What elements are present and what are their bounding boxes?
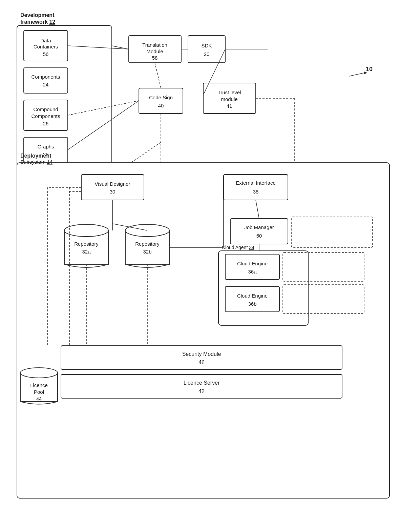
svg-rect-52	[291, 217, 373, 247]
svg-line-32	[68, 101, 139, 115]
svg-rect-24	[203, 83, 256, 114]
svg-rect-4	[24, 68, 68, 93]
svg-text:Job Manager: Job Manager	[244, 224, 274, 230]
svg-text:Compound: Compound	[33, 106, 58, 112]
svg-rect-61	[283, 252, 364, 281]
dev-framework-label: Development	[20, 12, 55, 18]
svg-rect-55	[225, 254, 279, 280]
svg-line-37	[113, 142, 161, 175]
svg-text:Subsystem 14: Subsystem 14	[20, 159, 52, 165]
svg-rect-18	[188, 36, 225, 63]
svg-text:24: 24	[43, 82, 49, 87]
svg-line-83	[203, 49, 225, 95]
svg-point-64	[64, 224, 108, 237]
svg-line-29	[349, 73, 364, 76]
svg-text:Cloud Engine: Cloud Engine	[237, 293, 268, 299]
svg-rect-58	[225, 286, 279, 312]
svg-text:Visual Designer: Visual Designer	[95, 181, 130, 187]
svg-rect-53	[218, 251, 308, 325]
svg-rect-43	[81, 175, 144, 200]
svg-text:Containers: Containers	[34, 44, 58, 49]
svg-text:32b: 32b	[143, 249, 151, 255]
svg-rect-7	[24, 100, 68, 130]
svg-text:Repository: Repository	[135, 241, 160, 247]
svg-line-88	[256, 200, 259, 219]
svg-rect-0	[17, 25, 112, 191]
svg-text:10: 10	[366, 66, 373, 73]
svg-text:41: 41	[227, 103, 232, 109]
svg-line-85	[112, 224, 147, 230]
svg-rect-14	[129, 36, 181, 63]
svg-point-68	[125, 224, 169, 237]
svg-text:20: 20	[204, 51, 210, 57]
svg-text:Components: Components	[31, 74, 60, 80]
svg-text:44: 44	[36, 396, 42, 402]
svg-text:36a: 36a	[248, 269, 257, 275]
svg-line-82	[112, 46, 129, 49]
svg-text:Module: Module	[146, 48, 163, 54]
svg-rect-67	[125, 230, 169, 264]
svg-rect-62	[283, 285, 364, 313]
svg-text:50: 50	[256, 233, 262, 239]
svg-rect-11	[24, 137, 68, 163]
svg-marker-30	[364, 72, 368, 74]
svg-text:Graphs: Graphs	[37, 144, 54, 149]
svg-text:module: module	[221, 96, 237, 102]
svg-text:26: 26	[43, 121, 49, 126]
svg-rect-63	[64, 230, 108, 264]
svg-line-97	[68, 101, 139, 150]
svg-rect-1	[24, 31, 68, 61]
svg-rect-77	[20, 373, 58, 402]
dev-framework-label2: framework 12	[20, 19, 55, 25]
svg-text:Cloud Agent 34: Cloud Agent 34	[222, 245, 254, 250]
svg-line-31	[68, 46, 129, 49]
svg-text:Code Sign: Code Sign	[149, 95, 173, 100]
svg-text:40: 40	[158, 103, 164, 108]
svg-text:46: 46	[198, 360, 205, 365]
svg-text:Security Module: Security Module	[182, 351, 221, 357]
svg-text:56: 56	[43, 51, 49, 57]
svg-text:38: 38	[253, 189, 259, 195]
svg-text:Pool: Pool	[34, 389, 44, 395]
svg-text:Cloud Engine: Cloud Engine	[237, 261, 268, 266]
svg-rect-71	[61, 346, 342, 369]
svg-rect-46	[224, 175, 288, 200]
svg-text:Licence Server: Licence Server	[184, 380, 220, 386]
data-containers-label: Data	[40, 38, 51, 43]
svg-line-33	[155, 63, 161, 88]
svg-text:42: 42	[198, 388, 205, 394]
svg-text:36b: 36b	[248, 301, 256, 307]
svg-text:SDK: SDK	[202, 43, 212, 48]
svg-text:58: 58	[152, 55, 158, 61]
svg-point-78	[20, 368, 58, 378]
svg-text:30: 30	[110, 189, 115, 195]
svg-text:Deployment: Deployment	[20, 153, 51, 159]
svg-text:Trust level: Trust level	[218, 89, 241, 95]
svg-text:External Interface: External Interface	[236, 180, 276, 186]
svg-text:Repository: Repository	[74, 241, 99, 247]
svg-rect-74	[61, 374, 342, 398]
svg-rect-49	[230, 219, 288, 244]
svg-text:28: 28	[43, 151, 49, 157]
svg-rect-21	[139, 88, 183, 114]
svg-text:Translation: Translation	[142, 42, 167, 48]
svg-text:Licence: Licence	[30, 382, 48, 388]
svg-text:32a: 32a	[82, 249, 91, 255]
svg-rect-40	[17, 163, 390, 498]
svg-text:Components: Components	[31, 113, 60, 119]
